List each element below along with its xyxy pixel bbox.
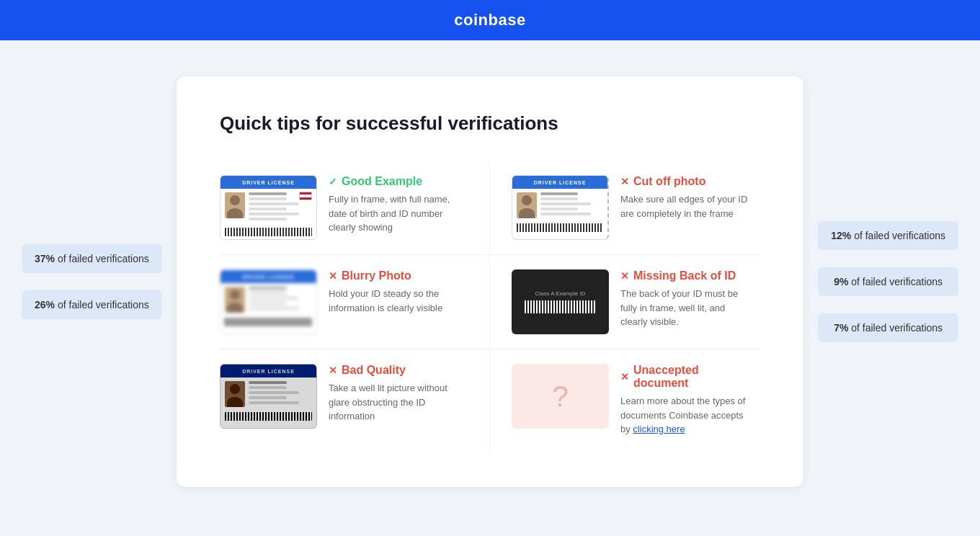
unaccepted-desc: Learn more about the types of documents … [620,394,749,437]
left-stat-1: 37% of failed verifications [22,244,162,273]
blurry-desc: Hold your ID steady so the information i… [329,287,468,315]
id-bad-visual: DRIVER LICENSE [220,364,317,429]
bad-icon: ✕ [329,365,337,376]
id-blurry-visual: DRIVER LICENSE [220,269,317,334]
unaccepted-icon: ✕ [620,371,629,383]
tip-good-content: ✓ Good Example Fully in frame, with full… [329,175,468,235]
tip-unaccepted-title: ✕ Unaccepted document [620,364,749,390]
main-card: Quick tips for successful verifications … [177,76,803,487]
page-wrapper: 37% of failed verifications 26% of faile… [0,40,980,523]
tip-good-example: DRIVER LICENSE [220,161,490,255]
right-stat-2-label: of failed verifications [851,276,943,287]
tip-unaccepted-content: ✕ Unaccepted document Learn more about t… [620,364,749,437]
right-sidebar: 12% of failed verifications 9% of failed… [818,221,958,342]
coinbase-logo: coinbase [454,11,525,30]
good-name: Good Example [342,175,422,188]
tip-good-title: ✓ Good Example [329,175,468,188]
clicking-here-link[interactable]: clicking here [633,424,685,434]
tip-blurry-title: ✕ Blurry Photo [329,269,468,282]
tip-back-content: ✕ Missing Back of ID The back of your ID… [620,269,749,329]
tip-blurry-content: ✕ Blurry Photo Hold your ID steady so th… [329,269,468,315]
right-stat-1: 12% of failed verifications [818,221,958,250]
tip-missing-back: Class A Example ID ✕ Missing Back of ID … [490,255,760,349]
id-back-label: Class A Example ID [535,290,585,297]
header: coinbase [0,0,980,40]
left-sidebar: 37% of failed verifications 26% of faile… [22,244,162,319]
id-cutoff-visual: DRIVER LICENSE [512,175,609,240]
right-stat-2-percent: 9% [834,276,848,287]
id-back-barcode [525,300,597,313]
question-mark-icon: ? [552,380,568,413]
left-stat-2: 26% of failed verifications [22,290,162,319]
good-icon: ✓ [329,176,337,187]
cutoff-desc: Make sure all edges of your ID are compl… [620,192,749,220]
tips-grid: DRIVER LICENSE [220,161,760,451]
tip-unaccepted: ? ✕ Unaccepted document Learn more about… [490,349,760,451]
id-unaccepted-visual: ? [512,364,609,429]
card-title: Quick tips for successful verifications [220,112,760,135]
tip-cutoff-title: ✕ Cut off photo [620,175,749,188]
unaccepted-name: Unaccepted document [633,364,749,390]
id-back-visual: Class A Example ID [512,269,609,334]
id-good-visual: DRIVER LICENSE [220,175,317,240]
back-desc: The back of your ID must be fully in fra… [620,287,749,329]
right-stat-3: 7% of failed verifications [818,313,958,342]
blurry-icon: ✕ [329,270,337,282]
tip-bad-title: ✕ Bad Quality [329,364,468,377]
cutoff-icon: ✕ [620,176,629,187]
blurry-name: Blurry Photo [342,269,411,282]
back-name: Missing Back of ID [633,269,736,282]
tip-bad-quality: DRIVER LICENSE [220,349,490,451]
bad-desc: Take a well lit picture without glare ob… [329,381,468,424]
right-stat-1-percent: 12% [831,230,851,241]
tip-cutoff: DRIVER LICENSE [490,161,760,255]
left-stat-1-label: of failed verifications [58,253,149,264]
bad-name: Bad Quality [342,364,406,377]
right-stat-2: 9% of failed verifications [818,267,958,296]
right-stat-1-label: of failed verifications [854,230,945,241]
back-icon: ✕ [620,270,629,282]
tip-blurry: DRIVER LICENSE [220,255,490,349]
good-desc: Fully in frame, with full name, date of … [329,192,468,235]
tip-cutoff-content: ✕ Cut off photo Make sure all edges of y… [620,175,749,220]
left-stat-1-percent: 37% [35,253,55,264]
tip-bad-content: ✕ Bad Quality Take a well lit picture wi… [329,364,468,424]
cutoff-name: Cut off photo [633,175,705,188]
left-stat-2-label: of failed verifications [58,299,149,311]
right-stat-3-percent: 7% [834,322,848,334]
left-stat-2-percent: 26% [35,299,55,311]
right-stat-3-label: of failed verifications [851,322,943,334]
tip-back-title: ✕ Missing Back of ID [620,269,749,282]
